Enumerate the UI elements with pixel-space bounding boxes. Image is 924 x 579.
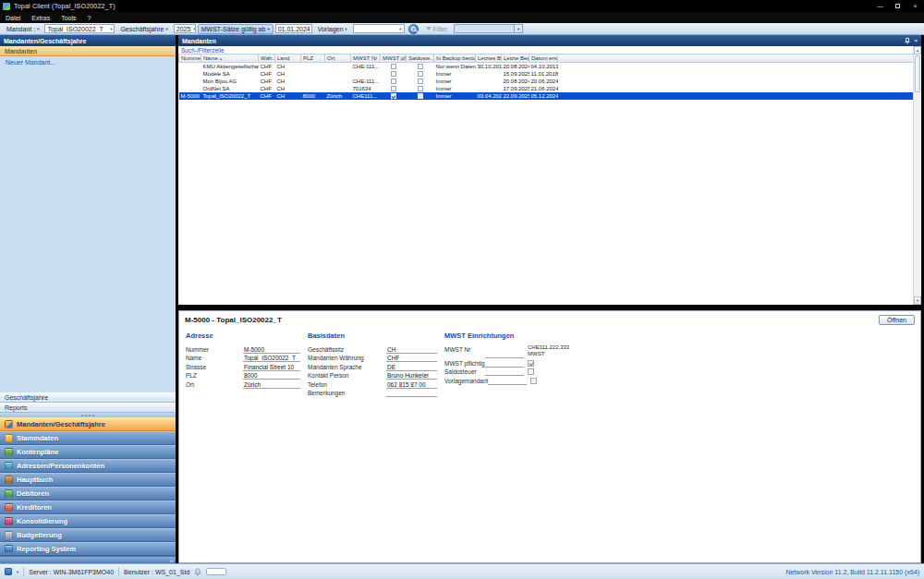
- field-mandanten-waehrung[interactable]: CHF: [386, 355, 437, 362]
- vertical-scrollbar[interactable]: ▲ ▼: [913, 46, 921, 305]
- mwst-pflichtig-checkbox[interactable]: [391, 78, 396, 84]
- notifications-bell-icon[interactable]: [194, 568, 201, 576]
- table-row[interactable]: OrdNet SA CHF CH 701634 Immer 17.09.2025…: [179, 85, 921, 92]
- sidebar-group-geschaeftsjahre[interactable]: Geschäftsjahre: [0, 392, 176, 403]
- nav-kreditoren[interactable]: Kreditoren: [0, 501, 176, 514]
- col-waehrung[interactable]: Wäh...: [259, 54, 275, 63]
- mwst-pflichtig-detail-checkbox[interactable]: [528, 360, 534, 367]
- saldosteuer-checkbox[interactable]: [418, 93, 423, 99]
- mwst-pflichtig-checkbox[interactable]: [391, 86, 396, 91]
- mwst-datum-combo[interactable]: 01.01.2024 ▾: [275, 24, 312, 33]
- vorlagen-combo[interactable]: ▾: [353, 24, 405, 33]
- open-button[interactable]: Öffnen: [879, 315, 915, 325]
- col-letztes-backup[interactable]: Letztes Ba...: [476, 54, 502, 63]
- chevron-down-icon: ▾: [190, 27, 195, 31]
- vorlagemandant-detail-checkbox[interactable]: [530, 378, 537, 384]
- col-land[interactable]: Land: [275, 54, 301, 63]
- new-mandant-link[interactable]: Neuer Mandant...: [0, 56, 176, 68]
- scroll-down-icon[interactable]: ▼: [914, 296, 921, 305]
- col-nummer[interactable]: Nummer: [179, 54, 201, 63]
- nav-budgetierung[interactable]: Budgetierung: [0, 528, 176, 542]
- sort-asc-icon: ▲: [219, 56, 223, 61]
- col-in-backup[interactable]: In Backup berück...: [434, 54, 476, 63]
- table-row-selected[interactable]: M-5000 Topal_ISO20022_T CHF CH 8000 Züri…: [179, 92, 921, 100]
- saldosteuer-checkbox[interactable]: [418, 86, 423, 91]
- toolbar: Mandant : ▾ Topal_ISO20022_T ▾ Geschäfts…: [0, 23, 924, 35]
- server-status: Server : WIN-3M61FP3MO40: [29, 569, 114, 575]
- nav-collapse-chevron-icon[interactable]: »: [170, 558, 173, 563]
- field-kontakt-person[interactable]: Bruno Hunkeler: [386, 372, 437, 380]
- col-name[interactable]: Name▲: [201, 54, 259, 63]
- vorlagen-dropdown-button[interactable]: Vorlagen ▾: [314, 24, 351, 34]
- nav-debitoren[interactable]: Debitoren: [0, 487, 176, 501]
- field-name[interactable]: Topal_ISO20022_T: [243, 355, 300, 362]
- debtors-icon: [5, 489, 13, 498]
- field-geschaeftssitz[interactable]: CH: [386, 346, 437, 354]
- field-label: Nummer: [186, 346, 243, 354]
- status-chevron-down-icon[interactable]: ▾: [17, 570, 18, 574]
- menu-datei[interactable]: Datei: [0, 12, 26, 23]
- field-label: MWST Nr: [444, 344, 485, 354]
- table-row[interactable]: Modèle SA CHF CH Immer 15.09.2025 11.01.…: [179, 70, 921, 78]
- field-nummer[interactable]: M-5000: [243, 346, 300, 354]
- mwst-nr-field[interactable]: [485, 351, 524, 358]
- panel-close-icon[interactable]: ×: [914, 38, 918, 43]
- field-bemerkungen[interactable]: [386, 390, 437, 397]
- sidebar-group-mandanten[interactable]: Mandanten: [0, 46, 176, 56]
- nav-hauptbuch[interactable]: Hauptbuch: [0, 473, 176, 487]
- geschaeftsjahre-dropdown-button[interactable]: Geschäftsjahre ▾: [116, 24, 171, 34]
- nav-konsolidierung[interactable]: Konsolidierung: [0, 514, 176, 528]
- sidebar-group-reports[interactable]: Reports: [0, 403, 176, 413]
- geschaeftsjahr-combo[interactable]: 2025 ▾: [174, 24, 196, 33]
- saldosteuer-checkbox[interactable]: [418, 64, 423, 69]
- nav-stammdaten[interactable]: Stammdaten: [0, 431, 176, 445]
- nav-adressen-personenkonten[interactable]: Adressen/Personenkonten: [0, 459, 176, 473]
- nav-mandanten-geschaeftsjahre[interactable]: Mandanten/Geschäftsjahre: [0, 417, 176, 431]
- field-label: PLZ: [186, 372, 243, 380]
- mandant-combo[interactable]: Topal_ISO20022_T ▾: [44, 24, 115, 33]
- table-row[interactable]: Mon Bijou AG CHF CH CHE-111... Immer 20.…: [179, 78, 921, 85]
- minimize-button[interactable]: —: [871, 0, 889, 12]
- maximize-button[interactable]: [889, 0, 906, 12]
- menu-tools[interactable]: Tools: [55, 12, 81, 23]
- nav-reporting-system[interactable]: Reporting System: [0, 542, 176, 556]
- search-input[interactable]: [454, 24, 515, 33]
- field-mandanten-sprache[interactable]: DE: [386, 364, 437, 371]
- col-mwst-pflichtig[interactable]: MWST pf...: [381, 54, 407, 63]
- col-plz[interactable]: PLZ: [301, 54, 325, 63]
- field-strasse[interactable]: Financial Street 10: [243, 364, 300, 371]
- mwst-pflichtig-checkbox[interactable]: [391, 93, 396, 99]
- col-letzte-bearbeitung[interactable]: Letzte Bear...: [502, 54, 529, 63]
- col-mwst-nr[interactable]: MWST Nr: [351, 54, 381, 63]
- saldosteuer-checkbox[interactable]: [418, 78, 423, 84]
- col-datum-erstellt[interactable]: Datum erst...: [529, 54, 558, 63]
- nav-kontenplaene[interactable]: Kontenpläne: [0, 445, 176, 459]
- field-label: Geschäftssitz: [308, 346, 386, 354]
- close-button[interactable]: ×: [906, 0, 924, 12]
- table-row[interactable]: KMU Aktiengesellschaft CHF CH CHE-111...…: [179, 63, 921, 70]
- mwst-datum-value: 01.01.2024: [278, 26, 310, 32]
- field-ort[interactable]: Zürich: [243, 381, 300, 389]
- col-saldosteuer[interactable]: Saldoste...: [407, 54, 434, 63]
- mwst-pflichtig-checkbox[interactable]: [391, 71, 396, 77]
- mwst-pflichtig-checkbox[interactable]: [391, 64, 396, 69]
- user-status: Benutzer : WS_01_Std: [124, 569, 189, 575]
- filter-row-link[interactable]: Such-/Filterzeile: [178, 46, 921, 54]
- search-button[interactable]: [408, 24, 419, 34]
- field-telefon[interactable]: 062 815 87 00: [386, 381, 437, 389]
- menu-extras[interactable]: Extras: [26, 12, 55, 23]
- nav-label: Konsolidierung: [17, 517, 67, 525]
- mandant-dropdown-button[interactable]: Mandant : ▾: [3, 24, 43, 34]
- detail-panel: M-5000 - Topal_ISO20022_T Öffnen Adresse…: [178, 310, 921, 563]
- field-plz[interactable]: 8000: [243, 372, 300, 380]
- col-ort[interactable]: Ort: [325, 54, 351, 63]
- saldosteuer-checkbox[interactable]: [418, 71, 423, 77]
- filter-button[interactable]: Filter: [422, 24, 452, 34]
- pin-icon[interactable]: [905, 38, 910, 44]
- scroll-up-icon[interactable]: ▲: [914, 46, 921, 54]
- saldosteuer-detail-checkbox[interactable]: [528, 368, 534, 375]
- menu-help[interactable]: ?: [82, 12, 97, 23]
- scrollbar-thumb[interactable]: [915, 55, 920, 92]
- mwst-saetze-dropdown-button[interactable]: MWST-Sätze gültig ab ▾: [198, 24, 274, 34]
- search-dropdown-button[interactable]: ▾: [515, 24, 523, 33]
